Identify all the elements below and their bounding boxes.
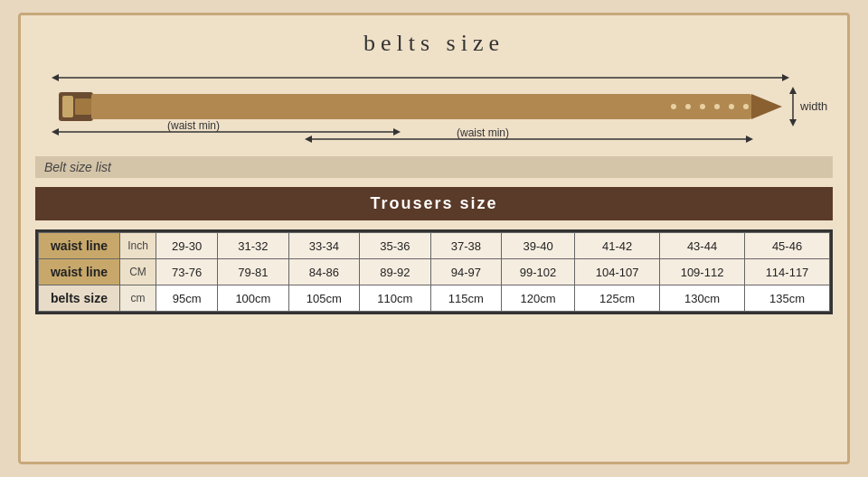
data-cell: 35-36 [360,233,430,259]
data-cell: 39-40 [502,233,575,259]
data-cell: 84-86 [288,259,359,285]
data-cell: 115cm [430,285,501,312]
data-cell: 89-92 [360,259,430,285]
svg-marker-19 [52,128,59,136]
svg-point-7 [700,104,705,109]
data-cell: 37-38 [430,233,501,259]
data-cell: 45-46 [745,233,830,259]
data-cell: 94-97 [430,259,501,285]
row-label: waist line [39,259,120,285]
svg-rect-2 [75,98,91,115]
data-cell: 104-107 [575,259,660,285]
data-cell: 125cm [575,285,660,312]
data-cell: 109-112 [660,259,745,285]
data-cell: 43-44 [660,233,745,259]
data-cell: 41-42 [575,233,660,259]
table-row: belts sizecm95cm100cm105cm110cm115cm120c… [39,285,830,312]
svg-point-6 [685,104,691,109]
size-table-container: waist lineInch29-3031-3233-3435-3637-383… [35,229,833,314]
svg-marker-16 [789,119,797,126]
page-title: belts size [35,30,833,57]
size-table: waist lineInch29-3031-3233-3435-3637-383… [38,232,830,312]
data-cell: 135cm [745,285,830,312]
row-label: belts size [39,285,120,312]
svg-marker-20 [393,128,401,136]
data-cell: 31-32 [218,233,288,259]
data-cell: 33-34 [288,233,359,259]
svg-rect-3 [91,94,751,119]
unit-cell: CM [120,259,156,285]
data-cell: 95cm [156,285,218,312]
svg-text:(waist min): (waist min) [457,126,509,139]
data-cell: 73-76 [156,259,218,285]
data-cell: 114-117 [745,259,830,285]
unit-cell: cm [120,285,156,312]
svg-marker-4 [751,94,782,119]
svg-marker-12 [52,74,59,81]
data-cell: 99-102 [502,259,575,285]
data-cell: 110cm [360,285,430,312]
unit-cell: Inch [120,233,156,259]
data-cell: 79-81 [218,259,288,285]
table-row: waist lineInch29-3031-3233-3435-3637-383… [39,233,830,259]
svg-marker-13 [782,74,789,81]
belt-diagram: width (waist min) (waist min) [35,66,833,147]
size-list-label: Belt size list [35,156,833,178]
trousers-header: Trousers size [35,187,833,220]
svg-point-5 [671,104,676,109]
data-cell: 105cm [288,285,359,312]
svg-marker-23 [305,136,312,143]
svg-marker-24 [746,136,753,143]
data-cell: 100cm [218,285,288,312]
data-cell: 130cm [660,285,745,312]
data-cell: 29-30 [156,233,218,259]
svg-text:width: width [799,99,827,113]
svg-point-10 [743,104,749,109]
svg-rect-1 [62,96,73,117]
svg-text:(waist min): (waist min) [167,119,220,132]
main-container: belts size [18,13,850,464]
data-cell: 120cm [502,285,575,312]
table-row: waist lineCM73-7679-8184-8689-9294-9799-… [39,259,830,285]
row-label: waist line [39,233,120,259]
svg-point-8 [714,104,720,109]
svg-point-9 [729,104,734,109]
svg-marker-15 [789,87,797,94]
